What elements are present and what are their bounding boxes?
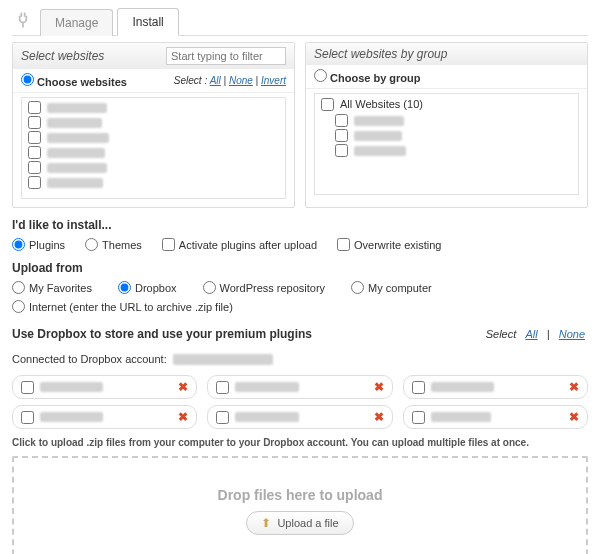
panel-select-groups: Select websites by group Choose by group… bbox=[305, 42, 588, 208]
tab-manage[interactable]: Manage bbox=[40, 9, 113, 36]
list-item[interactable] bbox=[22, 100, 285, 115]
select-all-link[interactable]: All bbox=[210, 75, 221, 86]
list-item[interactable]: All Websites (10) bbox=[315, 96, 578, 113]
tab-install[interactable]: Install bbox=[117, 8, 178, 36]
list-item[interactable] bbox=[22, 115, 285, 130]
choose-by-group-radio[interactable]: Choose by group bbox=[314, 69, 421, 84]
list-item[interactable] bbox=[329, 128, 578, 143]
dropbox-file[interactable]: ✖ bbox=[12, 405, 197, 429]
remove-file-icon[interactable]: ✖ bbox=[374, 381, 384, 393]
group-list[interactable]: All Websites (10) bbox=[314, 93, 579, 195]
activate-after-upload-check[interactable]: Activate plugins after upload bbox=[162, 238, 317, 251]
dropzone[interactable]: Drop files here to upload ⬆ Upload a fil… bbox=[12, 456, 588, 554]
source-dropbox-radio[interactable]: Dropbox bbox=[118, 281, 177, 294]
overwrite-existing-check[interactable]: Overwrite existing bbox=[337, 238, 441, 251]
list-item[interactable] bbox=[329, 143, 578, 158]
remove-file-icon[interactable]: ✖ bbox=[178, 411, 188, 423]
source-wp-radio[interactable]: WordPress repository bbox=[203, 281, 326, 294]
dropbox-connected-row: Connected to Dropbox account: bbox=[12, 353, 588, 365]
dropbox-file[interactable]: ✖ bbox=[403, 405, 588, 429]
install-plugins-radio[interactable]: Plugins bbox=[12, 238, 65, 251]
dropbox-heading: Use Dropbox to store and use your premiu… bbox=[12, 327, 312, 341]
filter-input[interactable] bbox=[166, 47, 286, 65]
install-themes-radio[interactable]: Themes bbox=[85, 238, 142, 251]
plugin-icon bbox=[12, 9, 34, 31]
upload-hint: Click to upload .zip files from your com… bbox=[12, 437, 588, 448]
upload-file-button[interactable]: ⬆ Upload a file bbox=[246, 511, 353, 535]
source-computer-radio[interactable]: My computer bbox=[351, 281, 432, 294]
list-item[interactable] bbox=[22, 160, 285, 175]
upload-icon: ⬆ bbox=[261, 516, 271, 530]
panel-title: Select websites bbox=[21, 49, 104, 63]
remove-file-icon[interactable]: ✖ bbox=[374, 411, 384, 423]
dropbox-select-none[interactable]: None bbox=[559, 328, 585, 340]
select-none-link[interactable]: None bbox=[229, 75, 253, 86]
install-heading: I'd like to install... bbox=[12, 218, 588, 232]
dropbox-file[interactable]: ✖ bbox=[207, 375, 392, 399]
website-list[interactable] bbox=[21, 97, 286, 199]
list-item[interactable] bbox=[22, 175, 285, 190]
select-invert-link[interactable]: Invert bbox=[261, 75, 286, 86]
panel-title: Select websites by group bbox=[314, 47, 447, 61]
choose-websites-radio[interactable]: Choose websites bbox=[21, 73, 127, 88]
dropbox-file[interactable]: ✖ bbox=[403, 375, 588, 399]
panel-select-websites: Select websites Choose websites Select :… bbox=[12, 42, 295, 208]
dropbox-file[interactable]: ✖ bbox=[12, 375, 197, 399]
source-favorites-radio[interactable]: My Favorites bbox=[12, 281, 92, 294]
upload-from-heading: Upload from bbox=[12, 261, 588, 275]
remove-file-icon[interactable]: ✖ bbox=[569, 381, 579, 393]
source-internet-radio[interactable]: Internet (enter the URL to archive .zip … bbox=[12, 300, 233, 313]
remove-file-icon[interactable]: ✖ bbox=[569, 411, 579, 423]
dropbox-select-all[interactable]: All bbox=[525, 328, 537, 340]
list-item[interactable] bbox=[22, 130, 285, 145]
select-links: Select : All | None | Invert bbox=[174, 75, 286, 86]
remove-file-icon[interactable]: ✖ bbox=[178, 381, 188, 393]
dropbox-file[interactable]: ✖ bbox=[207, 405, 392, 429]
list-item[interactable] bbox=[329, 113, 578, 128]
list-item[interactable] bbox=[22, 145, 285, 160]
dropbox-file-grid: ✖ ✖ ✖ ✖ ✖ ✖ bbox=[12, 375, 588, 429]
dropzone-label: Drop files here to upload bbox=[218, 487, 383, 503]
